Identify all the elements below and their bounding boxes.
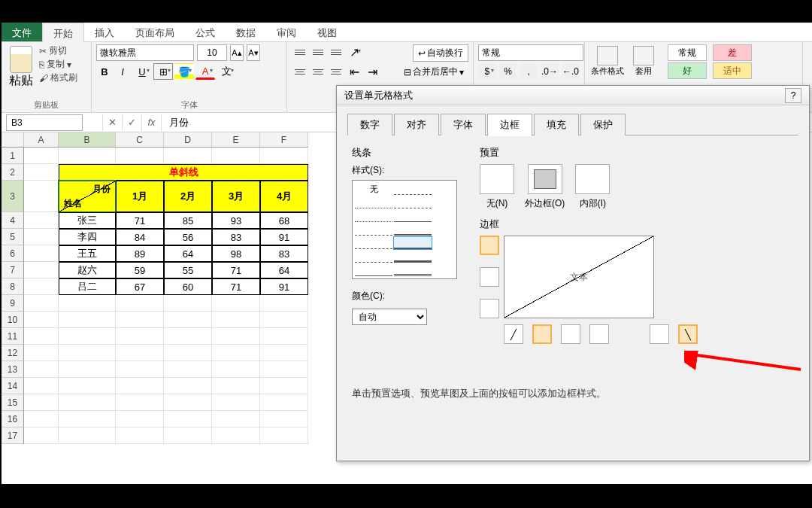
- border-bottom-button[interactable]: [480, 299, 499, 318]
- cell-B15[interactable]: [59, 394, 116, 411]
- italic-button[interactable]: I: [114, 63, 131, 80]
- data-cell-2-3[interactable]: 83: [260, 245, 308, 262]
- comma-button[interactable]: ,: [520, 63, 538, 80]
- cell-D11[interactable]: [164, 328, 212, 345]
- fill-color-button[interactable]: 🪣: [174, 63, 194, 80]
- row-header-14[interactable]: 14: [2, 378, 24, 394]
- cell-F9[interactable]: [260, 295, 308, 312]
- cell-E17[interactable]: [212, 427, 260, 444]
- confirm-formula-button[interactable]: ✓: [122, 114, 141, 131]
- border-top-button[interactable]: [480, 236, 499, 255]
- cell-B16[interactable]: [59, 411, 116, 427]
- accounting-button[interactable]: $: [478, 63, 496, 80]
- cell-A17[interactable]: [24, 427, 59, 444]
- tab-formula[interactable]: 公式: [185, 23, 226, 41]
- font-name-select[interactable]: [96, 44, 194, 61]
- row-header-10[interactable]: 10: [2, 312, 24, 328]
- row-header-5[interactable]: 5: [2, 229, 24, 245]
- increase-decimal-button[interactable]: .0→: [541, 63, 559, 80]
- row-header-4[interactable]: 4: [2, 212, 24, 229]
- merge-button[interactable]: ⊟合并后居中 ▾: [399, 64, 468, 80]
- diagonal-header-cell[interactable]: 月份姓名: [59, 181, 116, 212]
- row-header-13[interactable]: 13: [2, 361, 24, 378]
- preset-inside-button[interactable]: [575, 164, 610, 194]
- col-header-D[interactable]: D: [164, 132, 212, 148]
- file-tab[interactable]: 文件: [2, 23, 42, 41]
- style-normal[interactable]: 常规: [668, 44, 707, 61]
- row-header-16[interactable]: 16: [2, 411, 24, 427]
- border-preview[interactable]: 文本: [504, 236, 654, 318]
- select-all-corner[interactable]: [2, 132, 24, 148]
- row-header-6[interactable]: 6: [2, 245, 24, 262]
- cell-A15[interactable]: [24, 394, 59, 411]
- cell-D9[interactable]: [164, 295, 212, 312]
- tab-layout[interactable]: 页面布局: [125, 23, 185, 41]
- cell-E13[interactable]: [212, 361, 260, 378]
- cell-B9[interactable]: [59, 295, 116, 312]
- cell-F11[interactable]: [260, 328, 308, 345]
- cell-A9[interactable]: [24, 295, 59, 312]
- increase-font-button[interactable]: A▴: [230, 44, 244, 61]
- preset-none-button[interactable]: [480, 164, 514, 194]
- percent-button[interactable]: %: [499, 63, 517, 80]
- cell-E16[interactable]: [212, 411, 260, 427]
- line-style-5[interactable]: [394, 210, 432, 222]
- cell-C17[interactable]: [116, 427, 164, 444]
- cell-E1[interactable]: [212, 148, 260, 164]
- row-header-11[interactable]: 11: [2, 328, 24, 345]
- wrap-text-button[interactable]: ↩自动换行: [413, 44, 468, 62]
- cell-A11[interactable]: [24, 328, 59, 345]
- cell-F17[interactable]: [260, 427, 308, 444]
- col-header-A[interactable]: A: [24, 132, 59, 148]
- cell-F12[interactable]: [260, 345, 308, 361]
- line-style-12[interactable]: [355, 264, 392, 276]
- cell-A12[interactable]: [24, 345, 59, 361]
- decrease-decimal-button[interactable]: ←.0: [562, 63, 580, 80]
- table-title[interactable]: 单斜线: [59, 164, 308, 181]
- cell-A5[interactable]: [24, 229, 59, 245]
- cell-B11[interactable]: [59, 328, 116, 345]
- cell-A7[interactable]: [24, 262, 59, 278]
- border-vmid-button[interactable]: [561, 324, 580, 344]
- data-cell-2-1[interactable]: 64: [164, 245, 212, 262]
- data-cell-0-2[interactable]: 93: [212, 212, 260, 229]
- line-style-8[interactable]: [355, 237, 392, 249]
- font-size-select[interactable]: [197, 44, 227, 61]
- line-style-1[interactable]: [394, 183, 432, 195]
- bold-button[interactable]: B: [96, 63, 113, 80]
- cell-F16[interactable]: [260, 411, 308, 427]
- cancel-formula-button[interactable]: ✕: [102, 114, 122, 131]
- dlg-tab-fill[interactable]: 填充: [534, 114, 579, 135]
- cell-E14[interactable]: [212, 378, 260, 394]
- name-cell-1[interactable]: 李四: [59, 229, 116, 245]
- month-header-2[interactable]: 3月: [212, 181, 260, 212]
- dlg-tab-protect[interactable]: 保护: [580, 114, 626, 135]
- decrease-font-button[interactable]: A▾: [247, 44, 260, 61]
- cell-E10[interactable]: [212, 312, 260, 328]
- preset-outline-button[interactable]: [528, 164, 562, 194]
- align-left-button[interactable]: [292, 64, 308, 79]
- cell-C11[interactable]: [116, 328, 164, 345]
- cell-E15[interactable]: [212, 394, 260, 411]
- cell-A14[interactable]: [24, 378, 59, 394]
- row-header-7[interactable]: 7: [2, 262, 24, 278]
- col-header-B[interactable]: B: [59, 132, 116, 148]
- decrease-indent-button[interactable]: ⇤: [346, 64, 362, 79]
- data-cell-2-0[interactable]: 89: [116, 245, 164, 262]
- cell-D12[interactable]: [164, 345, 212, 361]
- cell-D16[interactable]: [164, 411, 212, 427]
- cell-D17[interactable]: [164, 427, 212, 444]
- cell-E11[interactable]: [212, 328, 260, 345]
- cell-D1[interactable]: [164, 148, 212, 164]
- cell-C1[interactable]: [116, 148, 164, 164]
- cell-A3[interactable]: [24, 181, 59, 212]
- data-cell-0-1[interactable]: 85: [164, 212, 212, 229]
- border-button[interactable]: ⊞: [153, 63, 173, 80]
- cell-B17[interactable]: [59, 427, 116, 444]
- name-cell-0[interactable]: 张三: [59, 212, 116, 229]
- phonetic-button[interactable]: 文: [217, 63, 236, 80]
- col-header-F[interactable]: F: [260, 132, 308, 148]
- month-header-0[interactable]: 1月: [116, 181, 164, 212]
- line-style-9[interactable]: [394, 237, 432, 249]
- orientation-button[interactable]: ↗: [346, 44, 362, 59]
